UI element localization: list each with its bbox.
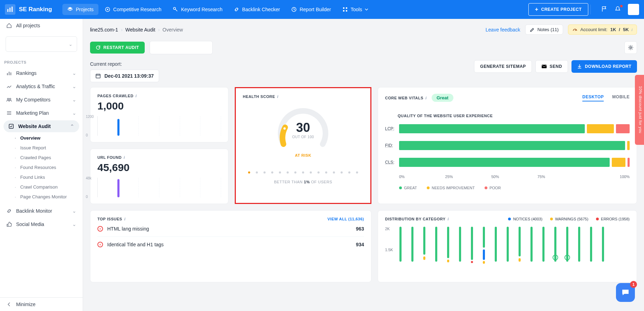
send-button[interactable]: SEND bbox=[535, 60, 568, 73]
chevron-down-icon bbox=[365, 8, 368, 11]
brand-text: SE Ranking bbox=[19, 6, 52, 13]
url-found-title: URL FOUND bbox=[97, 155, 122, 160]
chevron-down-icon: ⌄ bbox=[72, 70, 76, 76]
core-web-vitals-card: CORE WEB VITALSi Great DESKTOP MOBILE QU… bbox=[378, 87, 637, 204]
svg-rect-10 bbox=[346, 10, 347, 12]
sidebar-sub-issue-report[interactable]: Issue Report bbox=[0, 143, 83, 153]
sidebar-minimize[interactable]: Minimize bbox=[0, 297, 83, 311]
breadcrumb-project[interactable]: line25.com-1 bbox=[90, 27, 118, 33]
audit-icon bbox=[8, 123, 14, 129]
svg-rect-12 bbox=[9, 72, 9, 75]
issue-row[interactable]: × Identical Title and H1 tags 934 bbox=[97, 236, 364, 247]
nav-backlink[interactable]: Backlink Checker bbox=[229, 4, 285, 15]
grid-icon bbox=[342, 7, 348, 12]
sidebar-item-competitors[interactable]: My Competitors⌄ bbox=[0, 93, 83, 106]
pages-crawled-chart: 1200 0 bbox=[97, 116, 221, 136]
calendar-icon bbox=[95, 73, 101, 79]
cwv-row-lcp: LCP: bbox=[385, 124, 630, 133]
download-report-button[interactable]: DOWNLOAD REPORT bbox=[571, 60, 637, 73]
domain-display bbox=[150, 41, 213, 54]
sidebar-social-label: Social Media bbox=[16, 221, 44, 227]
info-icon[interactable]: i bbox=[632, 28, 632, 32]
cwv-legend: GREAT NEEDS IMPROVEMENT POOR bbox=[399, 186, 630, 190]
svg-point-14 bbox=[7, 98, 9, 100]
user-avatar[interactable] bbox=[628, 4, 639, 15]
bell-icon[interactable] bbox=[615, 6, 622, 13]
sidebar-sub-found-links[interactable]: Found Links bbox=[0, 172, 83, 182]
flag-icon[interactable] bbox=[601, 6, 608, 13]
leave-feedback-link[interactable]: Leave feedback bbox=[486, 27, 520, 33]
arrow-left-icon bbox=[6, 302, 12, 307]
chevron-up-icon: ⌃ bbox=[70, 123, 74, 129]
chat-bubble[interactable] bbox=[616, 283, 635, 302]
health-gauge: 30 OUT OF 100 bbox=[275, 105, 331, 143]
restart-audit-button[interactable]: RESTART AUDIT bbox=[90, 42, 145, 54]
plus-icon: + bbox=[535, 6, 539, 13]
issues-view-all-link[interactable]: VIEW ALL (11,636) bbox=[328, 217, 364, 221]
nav-keyword[interactable]: Keyword Research bbox=[168, 4, 227, 15]
mail-icon bbox=[541, 64, 547, 69]
target-icon bbox=[105, 7, 110, 12]
create-project-label: CREATE PROJECT bbox=[541, 7, 582, 12]
account-limit-max: 5K bbox=[623, 27, 629, 32]
sidebar-item-marketing[interactable]: Marketing Plan⌄ bbox=[0, 106, 83, 120]
sidebar-item-rankings[interactable]: Rankings⌄ bbox=[0, 66, 83, 80]
cwv-tab-mobile[interactable]: MOBILE bbox=[612, 94, 630, 101]
info-icon[interactable]: i bbox=[448, 217, 449, 221]
project-selector[interactable]: ⌄ bbox=[6, 36, 77, 52]
current-report-date[interactable]: Dec-01 2021 13:09:37 bbox=[90, 70, 159, 82]
distribution-card: DISTRIBUTION BY CATEGORYi NOTICES (4003)… bbox=[378, 210, 637, 282]
settings-button[interactable] bbox=[624, 41, 637, 54]
edit-icon bbox=[530, 27, 535, 32]
chevron-right-icon: › bbox=[121, 27, 123, 33]
sidebar-sub-crawl-comparison[interactable]: Crawl Comparison bbox=[0, 182, 83, 192]
account-limit-pill[interactable]: Account limit: 1K / 5K i bbox=[568, 24, 637, 35]
issue-label: Identical Title and H1 tags bbox=[107, 242, 164, 247]
info-icon[interactable]: i bbox=[277, 94, 279, 99]
svg-rect-11 bbox=[7, 73, 8, 75]
sidebar-sub-found-resources[interactable]: Found Resources bbox=[0, 162, 83, 172]
sidebar-item-backlink[interactable]: Backlink Monitor⌄ bbox=[0, 204, 83, 218]
nav-competitive[interactable]: Competitive Research bbox=[100, 4, 166, 15]
brand[interactable]: SE Ranking bbox=[5, 4, 52, 15]
list-icon bbox=[6, 110, 12, 116]
home-icon bbox=[6, 23, 12, 28]
nav-tools[interactable]: Tools bbox=[337, 4, 374, 15]
generate-sitemap-button[interactable]: GENERATE SITEMAP bbox=[474, 60, 532, 73]
sidebar-sub-crawled-pages[interactable]: Crawled Pages bbox=[0, 153, 83, 162]
feedback-side-tab[interactable]: 10% discount just for you bbox=[635, 75, 644, 145]
health-better-than: BETTER THAN 1% OF USERS bbox=[274, 180, 332, 184]
info-icon[interactable]: i bbox=[425, 96, 427, 100]
sidebar-competitors-label: My Competitors bbox=[16, 97, 50, 103]
account-limit-current: 1K bbox=[610, 27, 616, 32]
nav-projects[interactable]: Projects bbox=[62, 4, 98, 15]
sidebar-all-projects[interactable]: All projects bbox=[0, 19, 83, 32]
notes-button[interactable]: Notes (11) bbox=[525, 24, 563, 35]
issue-row[interactable]: × HTML lang missing 963 bbox=[97, 221, 364, 232]
sidebar-sub-page-changes[interactable]: Page Changes Monitor bbox=[0, 192, 83, 202]
cwv-subtitle: QUALITY OF THE WEBSITE USER EXPERIENCE bbox=[398, 114, 630, 118]
pages-crawled-bar bbox=[117, 119, 119, 136]
health-out-of: OUT OF 100 bbox=[275, 135, 331, 139]
create-project-button[interactable]: + CREATE PROJECT bbox=[528, 3, 588, 16]
account-limit-prefix: Account limit: bbox=[580, 27, 607, 32]
sidebar-item-audit[interactable]: Website Audit⌃ bbox=[4, 120, 79, 132]
nav-report[interactable]: Report Builder bbox=[286, 4, 336, 15]
top-icons bbox=[601, 4, 639, 15]
top-nav: SE Ranking Projects Competitive Research… bbox=[0, 0, 644, 19]
restart-audit-label: RESTART AUDIT bbox=[103, 45, 139, 50]
sidebar-sub-overview[interactable]: Overview bbox=[0, 133, 83, 143]
top-issues-card: TOP ISSUESi VIEW ALL (11,636) × HTML lan… bbox=[90, 210, 371, 282]
info-icon[interactable]: i bbox=[124, 217, 126, 221]
pages-crawled-value: 1,000 bbox=[97, 100, 221, 112]
info-icon[interactable]: i bbox=[136, 94, 137, 98]
url-found-chart: 48k 0 bbox=[97, 178, 221, 197]
chevron-down-icon: ⌄ bbox=[72, 97, 76, 103]
nav-report-label: Report Builder bbox=[300, 7, 331, 12]
info-icon[interactable]: i bbox=[124, 155, 125, 160]
refresh-icon bbox=[96, 45, 101, 50]
sidebar-item-analytics[interactable]: Analytics & Traffic⌄ bbox=[0, 80, 83, 93]
cwv-tab-desktop[interactable]: DESKTOP bbox=[582, 94, 604, 101]
breadcrumb-section[interactable]: Website Audit bbox=[125, 27, 155, 33]
sidebar-item-social[interactable]: Social Media⌄ bbox=[0, 218, 83, 231]
